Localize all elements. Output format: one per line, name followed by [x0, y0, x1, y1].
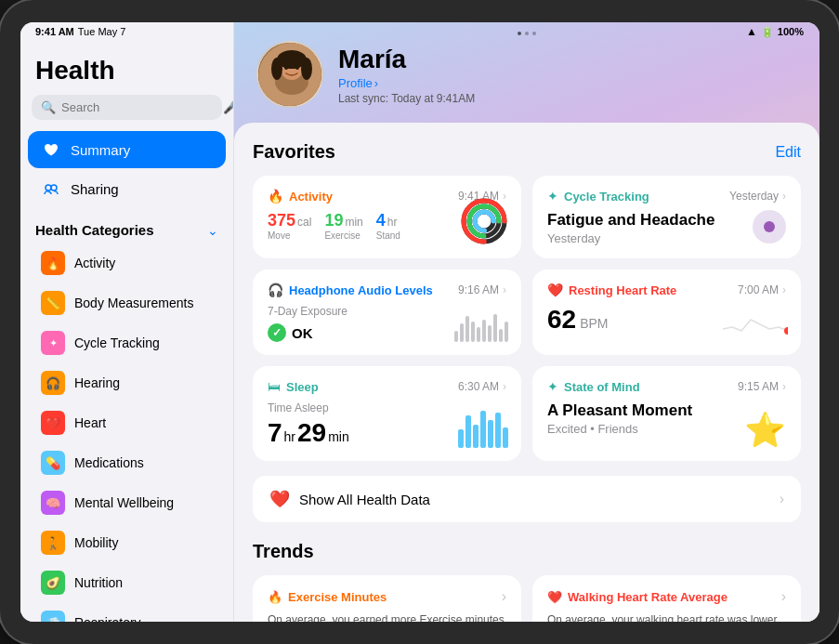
show-all-button[interactable]: ❤️ Show All Health Data › [253, 476, 801, 522]
svg-point-8 [279, 54, 305, 69]
status-date: Tue May 7 [78, 26, 126, 37]
sleep-title-row: 🛏 Sleep [268, 379, 319, 394]
move-metric: 375 cal Move [268, 211, 311, 241]
battery-percent: 100% [778, 26, 804, 37]
favorites-grid: 🔥 Activity 9:41 AM › 375 [253, 176, 801, 461]
body-measurements-label: Body Measurements [74, 296, 193, 310]
svg-point-1 [51, 185, 57, 191]
show-all-icon: ❤️ [269, 489, 290, 509]
sidebar-item-summary[interactable]: Summary [28, 131, 226, 168]
sleep-card-header: 🛏 Sleep 6:30 AM › [268, 379, 506, 394]
profile-link[interactable]: Profile › [338, 76, 797, 90]
cycle-tracking-icon: ✦ [41, 331, 65, 355]
heart-mini-chart [723, 301, 788, 342]
mic-icon[interactable]: 🎤 [223, 100, 234, 114]
h-bar-4 [471, 322, 475, 342]
walking-trend-title-row: ❤️ Walking Heart Rate Average [547, 590, 728, 604]
heart-rate-header: ❤️ Resting Heart Rate 7:00 AM › [547, 283, 786, 297]
exercise-label: Exercise [324, 230, 362, 241]
profile-sync: Last sync: Today at 9:41AM [338, 92, 797, 105]
state-chevron: › [782, 380, 786, 393]
activity-card[interactable]: 🔥 Activity 9:41 AM › 375 [253, 176, 521, 258]
state-icon: ✦ [547, 379, 558, 394]
sleep-bar-3 [473, 425, 478, 448]
respiratory-label: Respiratory [74, 615, 141, 622]
star-emoji: ⭐ [744, 411, 786, 450]
sleep-card[interactable]: 🛏 Sleep 6:30 AM › Time Asleep 7 hr [253, 366, 521, 461]
headphone-card-header: 🎧 Headphone Audio Levels 9:16 AM › [268, 283, 506, 297]
headphone-title: Headphone Audio Levels [289, 283, 433, 297]
walking-trend-title: Walking Heart Rate Average [568, 590, 728, 604]
mental-wellbeing-label: Mental Wellbeing [74, 495, 174, 510]
exercise-trend-title-row: 🔥 Exercise Minutes [268, 590, 387, 604]
sidebar-item-cycle-tracking[interactable]: ✦ Cycle Tracking [28, 323, 226, 362]
search-bar[interactable]: 🔍 🎤 [32, 95, 222, 120]
battery-icon: 🔋 [761, 26, 774, 38]
state-card-title: State of Mind [564, 380, 640, 394]
sleep-minutes: 29 [297, 418, 326, 448]
h-bar-8 [493, 314, 497, 342]
search-input[interactable] [61, 100, 217, 114]
cycle-tracking-label: Cycle Tracking [74, 335, 160, 350]
medications-icon: 💊 [41, 451, 65, 475]
edit-button[interactable]: Edit [775, 144, 801, 161]
heart-rate-card[interactable]: ❤️ Resting Heart Rate 7:00 AM › 62 BPM [532, 269, 801, 355]
cycle-time: Yesterday [729, 190, 779, 203]
summary-label: Summary [71, 142, 130, 158]
sidebar-item-respiratory[interactable]: 💨 Respiratory [28, 603, 226, 622]
sidebar-item-heart[interactable]: ❤️ Heart [28, 403, 226, 442]
categories-arrow[interactable]: ⌄ [207, 223, 218, 238]
sidebar-item-mental-wellbeing[interactable]: 🧠 Mental Wellbeing [28, 483, 226, 522]
headphone-time: 9:16 AM [458, 283, 499, 296]
profile-name: María [338, 45, 797, 74]
sharing-label: Sharing [71, 181, 119, 197]
headphone-card[interactable]: 🎧 Headphone Audio Levels 9:16 AM › 7-Day… [253, 269, 521, 355]
walking-trend-icon: ❤️ [547, 590, 562, 604]
sleep-card-title: Sleep [286, 380, 319, 394]
sidebar-item-activity[interactable]: 🔥 Activity [28, 243, 226, 283]
sidebar-item-medications[interactable]: 💊 Medications [28, 443, 226, 482]
avatar-face [258, 43, 321, 106]
cycle-card-header: ✦ Cycle Tracking Yesterday › [547, 189, 786, 204]
cycle-card-icon: ✦ [547, 189, 558, 204]
hr-label: hr [284, 429, 295, 444]
sidebar-item-sharing[interactable]: Sharing [28, 170, 226, 207]
h-bar-7 [488, 325, 492, 342]
sleep-bar-4 [480, 411, 486, 448]
svg-point-17 [784, 327, 788, 335]
cycle-chevron: › [782, 190, 786, 203]
walking-trend-arrow: › [781, 588, 786, 605]
exercise-trend-header: 🔥 Exercise Minutes › [268, 588, 506, 605]
state-of-mind-card[interactable]: ✦ State of Mind 9:15 AM › A Pleasant Mom… [532, 366, 801, 461]
heart-card-title: Resting Heart Rate [569, 283, 676, 297]
cycle-tracking-card[interactable]: ✦ Cycle Tracking Yesterday › Fatigue and… [532, 176, 801, 258]
exercise-trend-card[interactable]: 🔥 Exercise Minutes › On average, you ear… [253, 575, 521, 622]
exercise-trend-arrow: › [502, 588, 506, 605]
favorites-header: Favorites Edit [253, 141, 801, 163]
app-title: Health [20, 48, 233, 95]
medications-label: Medications [74, 455, 144, 470]
cycle-content: Fatigue and Headache Yesterday [547, 211, 786, 245]
sleep-time: 6:30 AM [458, 380, 499, 393]
mental-wellbeing-icon: 🧠 [41, 491, 65, 515]
h-bar-2 [460, 323, 464, 342]
ipad-screen: Health 🔍 🎤 Summary [20, 22, 819, 622]
walking-heart-trend-card[interactable]: ❤️ Walking Heart Rate Average › On avera… [532, 575, 801, 622]
stand-metric: 4 hr Stand [376, 211, 400, 241]
headphone-bars [454, 309, 508, 342]
wifi-icon: ▲ [746, 25, 757, 38]
status-bar: 9:41 AM Tue May 7 ▲ 🔋 100% [20, 22, 819, 41]
heart-time: 7:00 AM [738, 283, 779, 296]
heart-title-row: ❤️ Resting Heart Rate [547, 283, 676, 297]
sidebar-item-mobility[interactable]: 🚶 Mobility [28, 523, 226, 562]
sidebar-item-nutrition[interactable]: 🥑 Nutrition [28, 563, 226, 602]
headphone-icon: 🎧 [268, 283, 283, 297]
state-time: 9:15 AM [738, 380, 779, 393]
svg-point-0 [46, 185, 51, 191]
body-measurements-icon: 📏 [41, 291, 65, 315]
svg-point-9 [284, 66, 288, 70]
sidebar-item-hearing[interactable]: 🎧 Hearing [28, 363, 226, 402]
sidebar: Health 🔍 🎤 Summary [20, 22, 234, 622]
walking-trend-header: ❤️ Walking Heart Rate Average › [547, 588, 786, 605]
sidebar-item-body-measurements[interactable]: 📏 Body Measurements [28, 283, 226, 322]
